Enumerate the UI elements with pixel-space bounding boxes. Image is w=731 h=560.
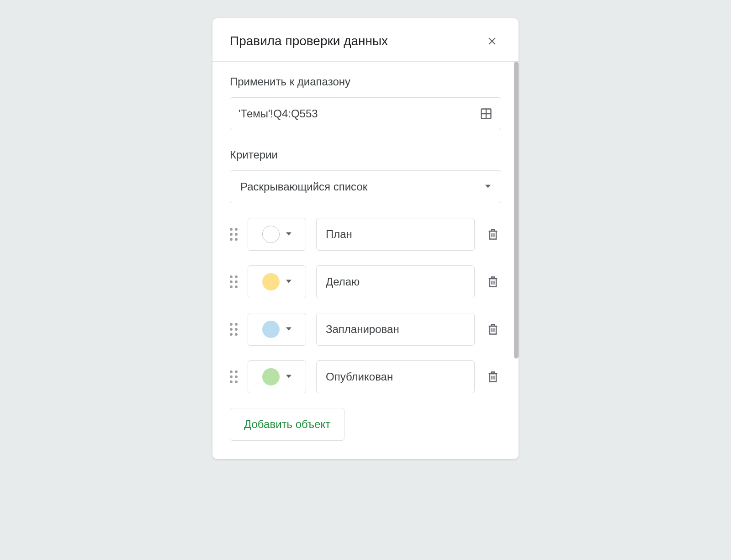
color-swatch — [262, 226, 280, 243]
color-picker[interactable] — [248, 218, 306, 251]
option-value-input[interactable] — [316, 218, 475, 251]
chevron-down-icon — [286, 278, 291, 286]
option-value-input[interactable] — [316, 313, 475, 346]
color-swatch — [262, 368, 280, 386]
panel-body: Применить к диапазону Критерии Раскрываю… — [212, 62, 519, 459]
trash-icon — [487, 370, 499, 383]
color-picker[interactable] — [248, 265, 306, 298]
criteria-label: Критерии — [230, 148, 501, 161]
trash-icon — [487, 275, 499, 288]
delete-option-button[interactable] — [485, 321, 501, 338]
scrollbar[interactable] — [514, 62, 519, 459]
grid-icon — [480, 107, 493, 120]
color-swatch — [262, 273, 280, 291]
scrollbar-thumb[interactable] — [514, 62, 519, 359]
range-input-wrapper — [230, 97, 501, 130]
option-row — [230, 313, 501, 346]
trash-icon — [487, 228, 499, 241]
chevron-down-icon — [485, 183, 491, 191]
option-value-input[interactable] — [316, 265, 475, 298]
add-option-button[interactable]: Добавить объект — [230, 408, 344, 441]
option-row — [230, 360, 501, 393]
drag-handle-icon[interactable] — [230, 370, 238, 383]
range-picker-button[interactable] — [480, 107, 493, 120]
range-input[interactable] — [238, 107, 480, 120]
option-row — [230, 218, 501, 251]
color-swatch — [262, 321, 280, 338]
chevron-down-icon — [286, 230, 291, 238]
range-label: Применить к диапазону — [230, 75, 501, 88]
drag-handle-icon[interactable] — [230, 275, 238, 288]
delete-option-button[interactable] — [485, 226, 501, 243]
color-picker[interactable] — [248, 313, 306, 346]
option-value-input[interactable] — [316, 360, 475, 393]
panel-title: Правила проверки данных — [230, 34, 388, 48]
chevron-down-icon — [286, 373, 291, 381]
close-button[interactable] — [483, 32, 501, 50]
data-validation-panel: Правила проверки данных Применить к диап… — [212, 18, 519, 459]
option-row — [230, 265, 501, 298]
trash-icon — [487, 323, 499, 336]
criteria-select[interactable]: Раскрывающийся список — [230, 170, 501, 203]
chevron-down-icon — [286, 325, 291, 333]
delete-option-button[interactable] — [485, 274, 501, 290]
criteria-select-value: Раскрывающийся список — [240, 180, 367, 193]
color-picker[interactable] — [248, 360, 306, 393]
delete-option-button[interactable] — [485, 369, 501, 385]
add-option-label: Добавить объект — [244, 418, 330, 431]
drag-handle-icon[interactable] — [230, 228, 238, 241]
drag-handle-icon[interactable] — [230, 323, 238, 336]
options-list — [230, 218, 501, 393]
close-icon — [487, 36, 498, 47]
panel-header: Правила проверки данных — [212, 18, 519, 62]
